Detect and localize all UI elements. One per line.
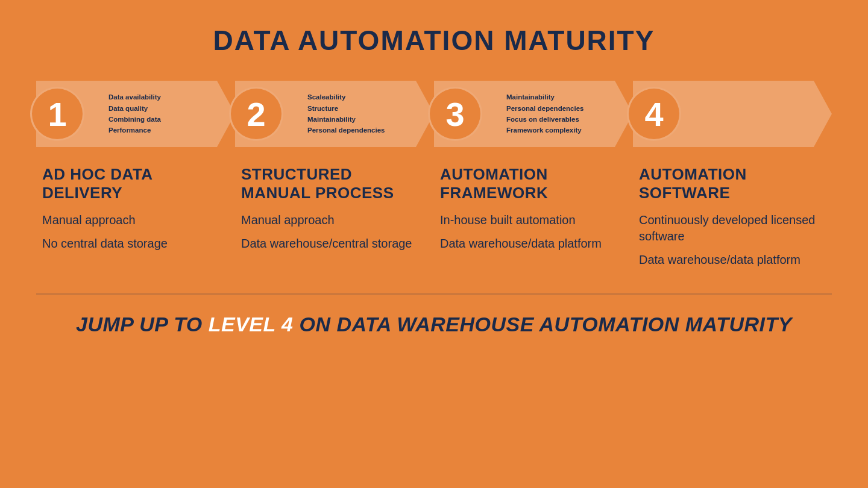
col-item-4-2: Data warehouse/data platform [639, 252, 820, 268]
col-title-4: AUTOMATION SOFTWARE [639, 165, 820, 202]
challenge-2-3: Maintainability [307, 114, 385, 125]
col-2: STRUCTURED MANUAL PROCESS Manual approac… [235, 165, 434, 275]
tagline-suffix: ON DATA WAREHOUSE AUTOMATION MATURITY [294, 313, 792, 336]
challenge-3-4: Framework complexity [506, 125, 583, 136]
col-3: AUTOMATION FRAMEWORK In-house built auto… [434, 165, 633, 275]
arrow-shape-4: 4 [633, 81, 832, 147]
arrow-text-1: Data availability Data quality Combining… [102, 92, 161, 136]
challenge-1-2: Data quality [108, 103, 161, 114]
col-item-1-2: No central data storage [42, 236, 223, 252]
col-item-4-1: Continuously developed licensed software [639, 212, 820, 245]
col-title-2: STRUCTURED MANUAL PROCESS [241, 165, 422, 202]
col-4: AUTOMATION SOFTWARE Continuously develop… [633, 165, 832, 275]
tagline-highlight: LEVEL 4 [209, 313, 294, 336]
slide: DATA AUTOMATION MATURITY 1 Data availabi… [0, 0, 868, 488]
tagline-prefix: JUMP UP TO [76, 313, 209, 336]
main-title: DATA AUTOMATION MATURITY [213, 24, 655, 57]
challenge-1-4: Performance [108, 125, 161, 136]
col-title-3: AUTOMATION FRAMEWORK [440, 165, 621, 202]
arrow-shape-2: 2 Scaleability Structure Maintainability… [235, 81, 434, 147]
divider [36, 293, 832, 295]
arrow-shape-3: 3 Maintainability Personal dependencies … [434, 81, 633, 147]
col-item-3-1: In-house built automation [440, 212, 621, 228]
arrow-1: 1 Data availability Data quality Combini… [36, 81, 235, 147]
level-number-3: 3 [428, 87, 482, 141]
arrow-3: 3 Maintainability Personal dependencies … [434, 81, 633, 147]
arrows-row: 1 Data availability Data quality Combini… [36, 81, 832, 147]
arrow-2: 2 Scaleability Structure Maintainability… [235, 81, 434, 147]
col-item-3-2: Data warehouse/data platform [440, 236, 621, 252]
col-1: AD HOC DATA DELIVERY Manual approach No … [36, 165, 235, 275]
challenge-1-1: Data availability [108, 92, 161, 102]
level-number-1: 1 [30, 87, 84, 141]
challenge-3-1: Maintainability [506, 92, 583, 102]
arrow-body-3: 3 Maintainability Personal dependencies … [434, 81, 615, 147]
challenge-3-2: Personal dependencies [506, 103, 583, 114]
challenge-2-4: Personal dependencies [307, 125, 385, 136]
challenge-2-2: Structure [307, 103, 385, 114]
arrow-text-2: Scaleability Structure Maintainability P… [301, 92, 385, 136]
col-item-2-1: Manual approach [241, 212, 422, 228]
arrow-body-2: 2 Scaleability Structure Maintainability… [235, 81, 416, 147]
arrow-shape-1: 1 Data availability Data quality Combini… [36, 81, 235, 147]
arrow-text-3: Maintainability Personal dependencies Fo… [500, 92, 583, 136]
challenge-3-3: Focus on deliverables [506, 114, 583, 125]
col-item-2-2: Data warehouse/central storage [241, 236, 422, 252]
arrow-body-1: 1 Data availability Data quality Combini… [36, 81, 217, 147]
challenge-2-1: Scaleability [307, 92, 385, 102]
challenge-1-3: Combining data [108, 114, 161, 125]
col-title-1: AD HOC DATA DELIVERY [42, 165, 223, 202]
arrow-body-4: 4 [633, 81, 814, 147]
bottom-tagline: JUMP UP TO LEVEL 4 ON DATA WAREHOUSE AUT… [76, 313, 792, 336]
level-number-2: 2 [229, 87, 283, 141]
content-row: AD HOC DATA DELIVERY Manual approach No … [36, 165, 832, 275]
col-item-1-1: Manual approach [42, 212, 223, 228]
level-number-4: 4 [627, 87, 681, 141]
arrow-4: 4 [633, 81, 832, 147]
